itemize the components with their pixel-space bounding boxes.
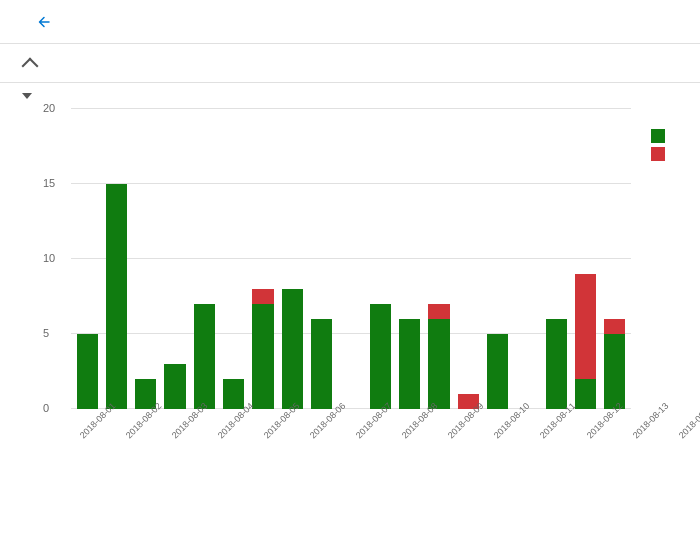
bar-passed	[164, 364, 185, 409]
bar-failed	[252, 289, 273, 304]
bar-passed	[546, 319, 567, 409]
legend-passed	[651, 129, 671, 143]
bar-passed	[399, 319, 420, 409]
y-label-10: 10	[43, 252, 55, 264]
bar-passed	[487, 334, 508, 409]
bar-group	[161, 109, 189, 409]
bar-group	[601, 109, 629, 409]
y-label-20: 20	[43, 102, 55, 114]
legend-passed-box	[651, 129, 665, 143]
summary-header	[16, 56, 684, 82]
bar-group	[571, 109, 599, 409]
bar-group	[513, 109, 541, 409]
bar-group	[278, 109, 306, 409]
bar-group	[190, 109, 218, 409]
bar-passed	[77, 334, 98, 409]
collapse-icon[interactable]	[22, 58, 39, 75]
bar-failed	[428, 304, 449, 319]
bar-passed	[311, 319, 332, 409]
result-count-dropdown[interactable]	[16, 93, 684, 99]
bar-group	[337, 109, 365, 409]
bar-passed	[370, 304, 391, 409]
page-header	[0, 0, 700, 44]
back-icon	[36, 14, 52, 30]
bar-group	[132, 109, 160, 409]
bar-group	[542, 109, 570, 409]
legend-failed-box	[651, 147, 665, 161]
bar-group	[483, 109, 511, 409]
bar-group	[454, 109, 482, 409]
chart-legend	[651, 129, 671, 161]
y-label-0: 0	[43, 402, 49, 414]
y-label-5: 5	[43, 327, 49, 339]
bar-passed	[252, 304, 273, 409]
bar-group	[249, 109, 277, 409]
bar-passed	[575, 379, 596, 409]
chart-container: 0 5 10 15 20 2018-08-012018-0	[0, 83, 700, 479]
bar-group	[102, 109, 130, 409]
legend-failed	[651, 147, 671, 161]
bar-group	[220, 109, 248, 409]
bar-failed	[575, 274, 596, 379]
bar-failed	[604, 319, 625, 334]
back-button[interactable]	[36, 14, 56, 30]
summary-section	[0, 44, 700, 83]
bar-group	[366, 109, 394, 409]
bar-passed	[106, 184, 127, 409]
y-label-15: 15	[43, 177, 55, 189]
bar-group	[308, 109, 336, 409]
bar-passed	[282, 289, 303, 409]
bar-passed	[428, 319, 449, 409]
x-label: 2018-08-13	[630, 401, 670, 441]
dropdown-chevron-icon	[22, 93, 32, 99]
bar-group	[73, 109, 101, 409]
bar-passed	[223, 379, 244, 409]
bar-passed	[604, 334, 625, 409]
x-label: 2018-08-14	[676, 401, 700, 441]
bar-group	[395, 109, 423, 409]
bar-passed	[194, 304, 215, 409]
bar-group	[425, 109, 453, 409]
